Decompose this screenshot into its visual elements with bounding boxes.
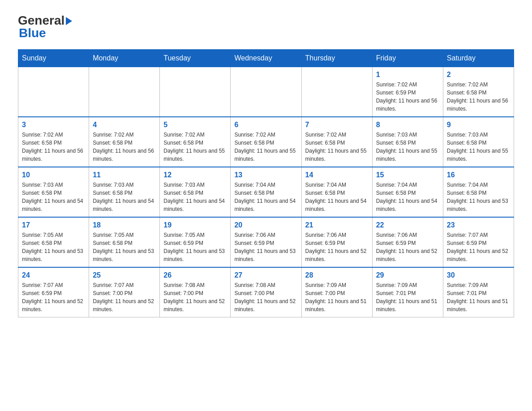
day-info: Sunrise: 7:09 AMSunset: 7:01 PMDaylight:… <box>376 281 439 313</box>
day-info: Sunrise: 7:02 AMSunset: 6:59 PMDaylight:… <box>376 81 439 113</box>
day-number: 10 <box>22 171 85 179</box>
day-number: 29 <box>376 271 439 279</box>
day-number: 2 <box>447 71 510 79</box>
calendar-cell: 20Sunrise: 7:06 AMSunset: 6:59 PMDayligh… <box>231 217 301 267</box>
day-number: 11 <box>93 171 156 179</box>
day-number: 12 <box>163 171 227 179</box>
calendar-week-row: 1Sunrise: 7:02 AMSunset: 6:59 PMDaylight… <box>18 67 514 117</box>
day-number: 16 <box>447 171 510 179</box>
calendar-cell: 12Sunrise: 7:03 AMSunset: 6:58 PMDayligh… <box>160 167 231 217</box>
calendar-week-row: 24Sunrise: 7:07 AMSunset: 6:59 PMDayligh… <box>18 267 514 317</box>
day-number: 28 <box>305 271 369 279</box>
calendar-cell: 3Sunrise: 7:02 AMSunset: 6:58 PMDaylight… <box>18 117 89 167</box>
calendar-cell: 27Sunrise: 7:08 AMSunset: 7:00 PMDayligh… <box>231 267 301 317</box>
day-number: 27 <box>234 271 297 279</box>
day-number: 8 <box>376 121 439 129</box>
logo-blue-text: Blue <box>19 26 46 40</box>
day-info: Sunrise: 7:06 AMSunset: 6:59 PMDaylight:… <box>305 231 369 263</box>
day-info: Sunrise: 7:07 AMSunset: 7:00 PMDaylight:… <box>93 281 156 313</box>
page-header: General Blue <box>18 13 514 40</box>
day-info: Sunrise: 7:09 AMSunset: 7:00 PMDaylight:… <box>305 281 369 313</box>
day-number: 6 <box>234 121 297 129</box>
day-number: 22 <box>376 221 439 229</box>
calendar-table: SundayMondayTuesdayWednesdayThursdayFrid… <box>18 49 514 317</box>
day-info: Sunrise: 7:04 AMSunset: 6:58 PMDaylight:… <box>234 181 297 213</box>
calendar-cell: 28Sunrise: 7:09 AMSunset: 7:00 PMDayligh… <box>301 267 372 317</box>
day-number: 1 <box>376 71 439 79</box>
day-number: 24 <box>22 271 85 279</box>
day-number: 15 <box>376 171 439 179</box>
calendar-week-row: 10Sunrise: 7:03 AMSunset: 6:58 PMDayligh… <box>18 167 514 217</box>
calendar-cell: 18Sunrise: 7:05 AMSunset: 6:58 PMDayligh… <box>89 217 160 267</box>
calendar-cell: 26Sunrise: 7:08 AMSunset: 7:00 PMDayligh… <box>160 267 231 317</box>
day-info: Sunrise: 7:06 AMSunset: 6:59 PMDaylight:… <box>234 231 297 263</box>
day-number: 19 <box>163 221 227 229</box>
day-info: Sunrise: 7:05 AMSunset: 6:58 PMDaylight:… <box>22 231 85 263</box>
calendar-cell: 13Sunrise: 7:04 AMSunset: 6:58 PMDayligh… <box>231 167 301 217</box>
logo-arrow-icon <box>66 17 72 25</box>
weekday-header-thursday: Thursday <box>301 50 372 67</box>
day-info: Sunrise: 7:05 AMSunset: 6:58 PMDaylight:… <box>93 231 156 263</box>
day-number: 18 <box>93 221 156 229</box>
day-number: 9 <box>447 121 510 129</box>
calendar-cell <box>160 67 231 117</box>
day-number: 4 <box>93 121 156 129</box>
day-info: Sunrise: 7:07 AMSunset: 6:59 PMDaylight:… <box>447 231 510 263</box>
calendar-cell <box>18 67 89 117</box>
day-info: Sunrise: 7:04 AMSunset: 6:58 PMDaylight:… <box>305 181 369 213</box>
weekday-header-friday: Friday <box>372 50 443 67</box>
calendar-cell: 19Sunrise: 7:05 AMSunset: 6:59 PMDayligh… <box>160 217 231 267</box>
calendar-cell: 14Sunrise: 7:04 AMSunset: 6:58 PMDayligh… <box>301 167 372 217</box>
calendar-cell: 5Sunrise: 7:02 AMSunset: 6:58 PMDaylight… <box>160 117 231 167</box>
calendar-cell: 11Sunrise: 7:03 AMSunset: 6:58 PMDayligh… <box>89 167 160 217</box>
calendar-cell: 2Sunrise: 7:02 AMSunset: 6:58 PMDaylight… <box>443 67 514 117</box>
day-info: Sunrise: 7:03 AMSunset: 6:58 PMDaylight:… <box>22 181 85 213</box>
weekday-header-monday: Monday <box>89 50 160 67</box>
calendar-cell: 7Sunrise: 7:02 AMSunset: 6:58 PMDaylight… <box>301 117 372 167</box>
day-number: 3 <box>22 121 85 129</box>
calendar-cell: 9Sunrise: 7:03 AMSunset: 6:58 PMDaylight… <box>443 117 514 167</box>
calendar-cell: 4Sunrise: 7:02 AMSunset: 6:58 PMDaylight… <box>89 117 160 167</box>
calendar-cell: 6Sunrise: 7:02 AMSunset: 6:58 PMDaylight… <box>231 117 301 167</box>
day-number: 25 <box>93 271 156 279</box>
day-info: Sunrise: 7:04 AMSunset: 6:58 PMDaylight:… <box>376 181 439 213</box>
day-info: Sunrise: 7:03 AMSunset: 6:58 PMDaylight:… <box>376 131 439 163</box>
day-number: 21 <box>305 221 369 229</box>
day-info: Sunrise: 7:06 AMSunset: 6:59 PMDaylight:… <box>376 231 439 263</box>
calendar-cell: 17Sunrise: 7:05 AMSunset: 6:58 PMDayligh… <box>18 217 89 267</box>
day-info: Sunrise: 7:09 AMSunset: 7:01 PMDaylight:… <box>447 281 510 313</box>
day-number: 20 <box>234 221 297 229</box>
calendar-cell: 30Sunrise: 7:09 AMSunset: 7:01 PMDayligh… <box>443 267 514 317</box>
calendar-cell: 15Sunrise: 7:04 AMSunset: 6:58 PMDayligh… <box>372 167 443 217</box>
day-number: 13 <box>234 171 297 179</box>
day-info: Sunrise: 7:08 AMSunset: 7:00 PMDaylight:… <box>163 281 227 313</box>
day-info: Sunrise: 7:02 AMSunset: 6:58 PMDaylight:… <box>22 131 85 163</box>
calendar-cell: 25Sunrise: 7:07 AMSunset: 7:00 PMDayligh… <box>89 267 160 317</box>
day-info: Sunrise: 7:02 AMSunset: 6:58 PMDaylight:… <box>93 131 156 163</box>
weekday-header-sunday: Sunday <box>18 50 89 67</box>
weekday-header-saturday: Saturday <box>443 50 514 67</box>
weekday-header-row: SundayMondayTuesdayWednesdayThursdayFrid… <box>18 50 514 67</box>
calendar-cell: 21Sunrise: 7:06 AMSunset: 6:59 PMDayligh… <box>301 217 372 267</box>
calendar-cell: 24Sunrise: 7:07 AMSunset: 6:59 PMDayligh… <box>18 267 89 317</box>
logo: General Blue <box>18 13 72 40</box>
calendar-cell <box>301 67 372 117</box>
day-number: 17 <box>22 221 85 229</box>
day-info: Sunrise: 7:02 AMSunset: 6:58 PMDaylight:… <box>163 131 227 163</box>
calendar-cell: 10Sunrise: 7:03 AMSunset: 6:58 PMDayligh… <box>18 167 89 217</box>
day-info: Sunrise: 7:03 AMSunset: 6:58 PMDaylight:… <box>447 131 510 163</box>
calendar-cell <box>231 67 301 117</box>
day-info: Sunrise: 7:03 AMSunset: 6:58 PMDaylight:… <box>93 181 156 213</box>
calendar-cell <box>89 67 160 117</box>
calendar-cell: 22Sunrise: 7:06 AMSunset: 6:59 PMDayligh… <box>372 217 443 267</box>
calendar-cell: 16Sunrise: 7:04 AMSunset: 6:58 PMDayligh… <box>443 167 514 217</box>
day-number: 5 <box>163 121 227 129</box>
calendar-cell: 23Sunrise: 7:07 AMSunset: 6:59 PMDayligh… <box>443 217 514 267</box>
day-info: Sunrise: 7:08 AMSunset: 7:00 PMDaylight:… <box>234 281 297 313</box>
day-info: Sunrise: 7:05 AMSunset: 6:59 PMDaylight:… <box>163 231 227 263</box>
weekday-header-tuesday: Tuesday <box>160 50 231 67</box>
day-number: 7 <box>305 121 369 129</box>
day-number: 14 <box>305 171 369 179</box>
day-info: Sunrise: 7:07 AMSunset: 6:59 PMDaylight:… <box>22 281 85 313</box>
calendar-week-row: 17Sunrise: 7:05 AMSunset: 6:58 PMDayligh… <box>18 217 514 267</box>
